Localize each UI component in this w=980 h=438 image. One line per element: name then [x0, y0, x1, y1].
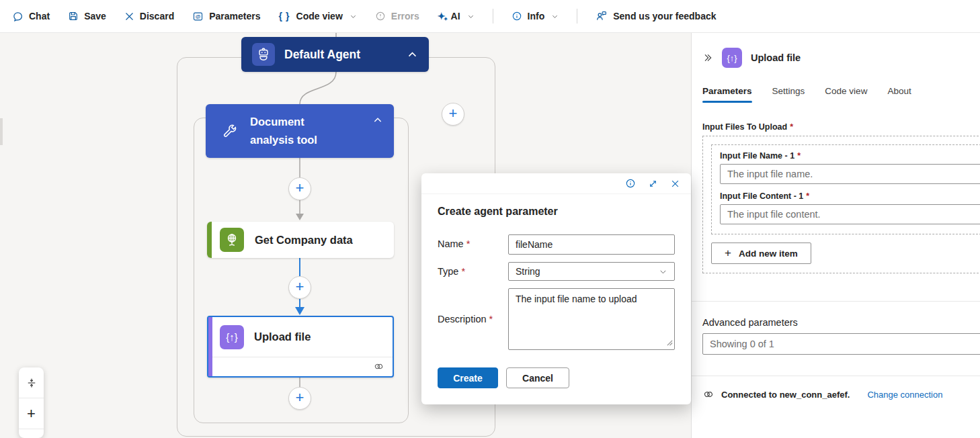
- required-marker: *: [461, 266, 465, 277]
- insert-step-button-2[interactable]: +: [288, 276, 311, 299]
- dialog-title: Create agent parameter: [438, 206, 691, 218]
- connection-link-icon[interactable]: [373, 361, 384, 372]
- description-label: Description*: [438, 288, 508, 353]
- change-connection-link[interactable]: Change connection: [867, 390, 942, 400]
- collapsed-left-rail[interactable]: [0, 118, 3, 145]
- tab-code-view[interactable]: Code view: [825, 86, 867, 103]
- chevron-down-icon: [467, 13, 475, 20]
- ai-sparkle-icon: ✦✦: [438, 11, 446, 21]
- feedback-label: Send us your feedback: [613, 11, 716, 21]
- cancel-button[interactable]: Cancel: [506, 367, 569, 388]
- add-new-item-label: Add new item: [739, 249, 798, 259]
- info-button[interactable]: Info: [512, 11, 559, 21]
- connected-to-text: Connected to new_conn_aefef.: [721, 390, 850, 400]
- discard-button[interactable]: Discard: [124, 11, 174, 21]
- upload-node-footer: [208, 357, 393, 375]
- code-view-label: Code view: [296, 11, 343, 21]
- dialog-form: Name* Type* String Description* The inpu…: [438, 234, 675, 353]
- name-label: Name*: [438, 234, 508, 255]
- errors-label: Errors: [391, 11, 419, 21]
- description-field-row: Description* The input file name to uplo…: [438, 288, 675, 353]
- panel-tabs: Parameters Settings Code view About: [702, 86, 980, 103]
- panel-divider: [692, 376, 980, 376]
- name-input[interactable]: [508, 234, 675, 255]
- chat-button[interactable]: Chat: [12, 11, 50, 22]
- resize-grip-icon[interactable]: [667, 337, 673, 349]
- add-node-button-top[interactable]: +: [442, 103, 464, 126]
- panel-title: Upload file: [751, 52, 801, 63]
- input-files-group: Input File Name - 1* Input File Content …: [702, 136, 980, 273]
- toolbar-divider: [577, 9, 577, 24]
- required-marker: *: [797, 151, 801, 161]
- insert-step-button-3[interactable]: +: [288, 387, 311, 410]
- create-agent-parameter-dialog: Create agent parameter Name* Type* Strin…: [421, 173, 691, 404]
- input-file-name-field[interactable]: [720, 164, 980, 184]
- chevron-down-icon: [659, 267, 667, 276]
- info-icon: [512, 11, 522, 21]
- dialog-expand-icon[interactable]: [648, 179, 658, 189]
- input-file-name-label: Input File Name - 1*: [720, 151, 980, 161]
- ai-button[interactable]: ✦✦ AI: [438, 11, 475, 21]
- action-details-panel: {↑} Upload file Parameters Settings Code…: [691, 33, 980, 438]
- feedback-button[interactable]: Send us your feedback: [596, 10, 716, 22]
- node-title: Document analysis tool: [250, 113, 351, 149]
- info-label: Info: [528, 11, 545, 21]
- code-view-icon: { }: [278, 11, 290, 21]
- fit-to-view-button[interactable]: [19, 367, 44, 398]
- create-button[interactable]: Create: [438, 367, 498, 388]
- advanced-parameters-value: Showing 0 of 1: [710, 339, 774, 349]
- zoom-out-button[interactable]: [19, 429, 44, 438]
- node-document-analysis-tool[interactable]: Document analysis tool: [206, 104, 394, 158]
- insert-step-button-1[interactable]: +: [288, 177, 311, 200]
- svg-text:@: @: [196, 13, 201, 19]
- discard-label: Discard: [140, 11, 174, 21]
- discard-icon: [124, 11, 134, 21]
- dialog-close-icon[interactable]: [670, 179, 680, 189]
- upload-file-icon: {↑}: [220, 325, 244, 349]
- agent-robot-icon: [252, 43, 275, 66]
- type-select[interactable]: String: [508, 262, 675, 281]
- globe-icon: [220, 228, 244, 252]
- node-default-agent[interactable]: Default Agent: [241, 37, 429, 72]
- tab-parameters[interactable]: Parameters: [702, 86, 752, 103]
- dialog-header: [421, 173, 691, 194]
- upload-node-header: {↑} Upload file: [208, 317, 393, 357]
- parameters-button[interactable]: @ Parameters: [192, 11, 260, 22]
- zoom-in-button[interactable]: +: [19, 398, 44, 429]
- wrench-icon: [222, 123, 238, 139]
- node-upload-file[interactable]: {↑} Upload file: [207, 316, 394, 378]
- add-new-item-button[interactable]: + Add new item: [711, 243, 811, 264]
- dialog-info-icon[interactable]: [625, 178, 636, 189]
- tab-about[interactable]: About: [887, 86, 911, 103]
- name-field-row: Name*: [438, 234, 675, 255]
- description-textarea[interactable]: The input file name to upload: [508, 288, 675, 350]
- input-file-content-field[interactable]: [720, 204, 980, 224]
- canvas-zoom-controls: +: [19, 367, 44, 438]
- code-view-button[interactable]: { } Code view: [278, 11, 356, 21]
- advanced-parameters-select[interactable]: Showing 0 of 1: [702, 333, 980, 355]
- required-marker: *: [790, 122, 793, 132]
- node-title: Default Agent: [284, 48, 397, 62]
- collapse-panel-icon[interactable]: [702, 52, 713, 63]
- top-toolbar: Chat Save Discard @ Parameters { } Code …: [0, 0, 980, 33]
- type-label: Type*: [438, 262, 508, 281]
- errors-button[interactable]: Errors: [375, 11, 419, 21]
- parameters-icon: @: [192, 11, 204, 22]
- dialog-buttons: Create Cancel: [438, 367, 691, 388]
- save-icon: [68, 11, 79, 21]
- parameters-label: Parameters: [209, 11, 260, 21]
- app-window: Chat Save Discard @ Parameters { } Code …: [0, 0, 980, 438]
- advanced-parameters-label: Advanced parameters: [702, 317, 980, 328]
- save-button[interactable]: Save: [68, 11, 106, 21]
- chevron-up-icon[interactable]: [372, 115, 383, 126]
- tab-settings[interactable]: Settings: [772, 86, 805, 103]
- chat-label: Chat: [29, 11, 50, 21]
- chevron-down-icon: [350, 13, 357, 20]
- node-get-company-data[interactable]: Get Company data: [207, 222, 394, 258]
- input-file-content-label: Input File Content - 1*: [720, 191, 980, 201]
- chevron-up-icon[interactable]: [407, 49, 418, 60]
- input-file-item-1: Input File Name - 1* Input File Content …: [711, 144, 980, 234]
- node-title: Upload file: [254, 331, 311, 343]
- errors-icon: [375, 11, 386, 21]
- panel-header: {↑} Upload file: [702, 48, 980, 68]
